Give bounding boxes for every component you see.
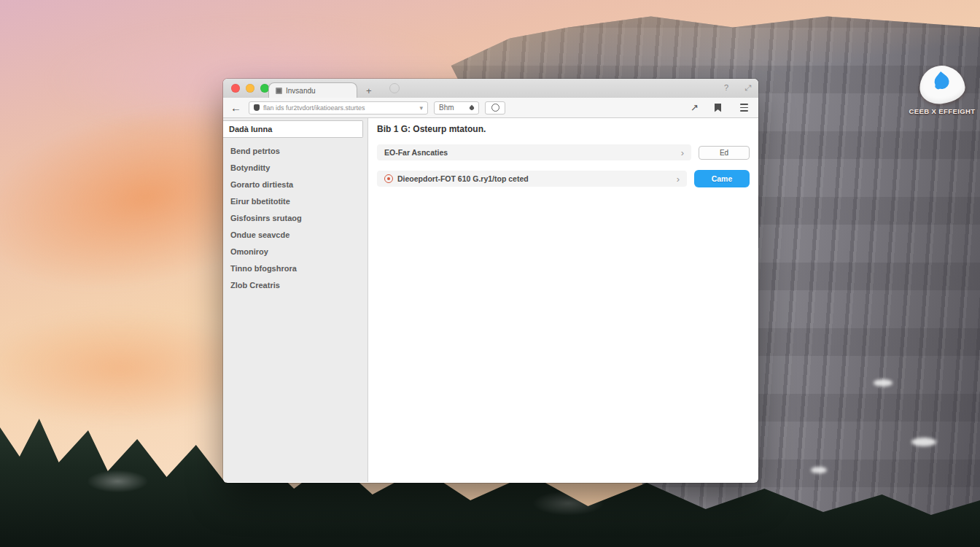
reload-icon	[491, 104, 499, 112]
settings-main-pane: Bib 1 G: Osteurp mtatoun. EO-Far Asncati…	[368, 118, 758, 482]
sidebar-item[interactable]: Bend petrtos	[223, 144, 368, 158]
sidebar-item[interactable]: Tinno bfogshrora	[223, 261, 368, 276]
window-content: Dadà Iunna Bend petrtos Botynditty Gorar…	[223, 118, 758, 482]
navigation-toolbar: ← flan ids fur2tvdort/ikatioears.sturtes…	[223, 98, 758, 118]
sidebar-item[interactable]: Gisfosinrs srutaog	[223, 211, 368, 225]
back-button[interactable]: ←	[230, 102, 241, 113]
desktop-app-icon[interactable]: CEEB X EFFEIGHT	[904, 66, 980, 115]
menu-icon[interactable]	[740, 104, 748, 111]
edit-button[interactable]: Ed	[699, 146, 750, 160]
bookmark-arrow-icon[interactable]: ▾	[419, 104, 423, 112]
settings-row: Dieoepdort-FOT 610 G.ry1/top ceted › Cam…	[377, 170, 750, 187]
setting-label: EO-Far Asncaties	[384, 148, 448, 157]
alert-icon	[384, 174, 393, 183]
loading-tab-icon	[389, 83, 400, 93]
setting-item[interactable]: EO-Far Asncaties ›	[377, 144, 691, 160]
reload-button[interactable]	[485, 101, 505, 115]
desktop-icon-label: CEEB X EFFEIGHT	[904, 107, 980, 115]
settings-sidebar: Dadà Iunna Bend petrtos Botynditty Gorar…	[223, 118, 368, 482]
close-button[interactable]	[231, 84, 240, 93]
settings-row: EO-Far Asncaties › Ed	[377, 144, 750, 160]
minimize-button[interactable]	[246, 84, 254, 93]
site-identity-icon[interactable]	[254, 104, 260, 111]
snow-patch	[911, 438, 936, 446]
help-icon[interactable]: ?	[724, 83, 728, 93]
tab-favicon-icon	[276, 88, 282, 94]
chevron-right-icon: ›	[681, 148, 684, 158]
page-title: Bib 1 G: Osteurp mtatoun.	[377, 124, 750, 134]
address-bar[interactable]: flan ids fur2tvdort/ikatioears.sturtes ▾	[249, 101, 428, 115]
snow-patch	[874, 379, 892, 387]
app-blob-icon	[917, 63, 966, 106]
new-tab-button[interactable]: +	[366, 86, 372, 96]
search-box[interactable]: Bhm	[434, 101, 479, 115]
search-engine-icon[interactable]	[469, 104, 475, 110]
address-text[interactable]: flan ids fur2tvdort/ikatioears.sturtes	[263, 104, 416, 112]
titlebar[interactable]: Invsandu + ? ⤢	[223, 79, 758, 98]
share-icon[interactable]: ↗	[691, 102, 699, 113]
browser-tab[interactable]: Invsandu	[268, 82, 357, 98]
sidebar-item[interactable]: Zlob Creatris	[223, 278, 368, 292]
water-drop-icon	[932, 71, 952, 92]
chevron-right-icon: ›	[677, 174, 680, 184]
browser-window: Invsandu + ? ⤢ ← flan ids fur2tvdort/ika…	[223, 79, 758, 483]
sidebar-item[interactable]: Dadà Iunna	[223, 120, 363, 138]
sidebar-item[interactable]: Omoniroy	[223, 244, 368, 259]
sidebar-item[interactable]: Gorarto dirtiesta	[223, 177, 368, 192]
setting-label: Dieoepdort-FOT 610 G.ry1/top ceted	[397, 174, 529, 183]
traffic-lights	[231, 84, 269, 93]
tab-title: Invsandu	[286, 87, 316, 95]
sidebar-item[interactable]: Eirur bbetitotite	[223, 194, 368, 209]
primary-action-button[interactable]: Came	[694, 170, 750, 187]
snow-patch	[811, 467, 827, 473]
resize-icon[interactable]: ⤢	[744, 83, 751, 93]
setting-item[interactable]: Dieoepdort-FOT 610 G.ry1/top ceted ›	[377, 171, 687, 187]
sidebar-item[interactable]: Ondue seavcde	[223, 228, 368, 242]
bookmark-icon[interactable]	[715, 104, 721, 112]
search-text[interactable]: Bhm	[439, 104, 454, 112]
sidebar-item[interactable]: Botynditty	[223, 160, 368, 175]
